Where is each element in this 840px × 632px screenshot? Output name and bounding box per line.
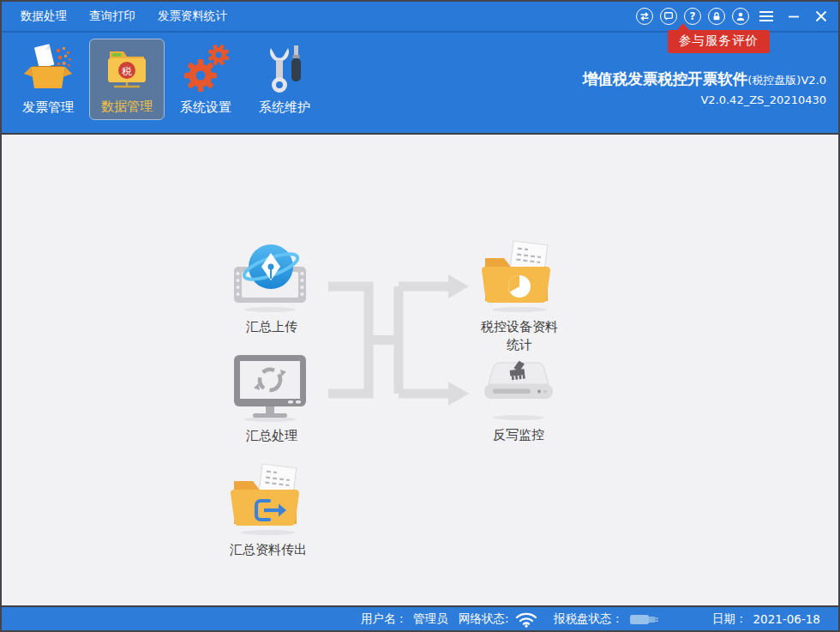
node-summary-upload[interactable]: 汇总上传 (219, 241, 325, 336)
invoice-box-icon (22, 39, 74, 99)
app-window: 数据处理 查询打印 发票资料统计 ? (0, 0, 840, 632)
status-date: 日期： 2021-06-18 (712, 607, 820, 630)
summary-export-folder-icon (217, 462, 320, 536)
status-bar: 用户名： 管理员 网络状态: 报税盘状态： 日期： 2021-06-18 (2, 605, 838, 630)
data-folder-icon: 税 (101, 39, 153, 98)
node-tax-device-stats[interactable]: 税控设备资料统计 (465, 239, 574, 354)
summary-upload-icon (220, 241, 323, 313)
summary-process-monitor-icon (220, 353, 323, 422)
node-label: 汇总处理 (246, 427, 297, 445)
node-summary-process[interactable]: 汇总处理 (219, 353, 325, 445)
write-back-monitor-drive-icon (467, 359, 570, 421)
menu-item-query-print[interactable]: 查询打印 (78, 2, 147, 31)
tools-icon (259, 39, 310, 99)
node-label: 税控设备资料统计 (477, 318, 561, 354)
status-user: 用户名： 管理员 (361, 607, 448, 630)
lock-icon[interactable] (708, 8, 725, 25)
help-icon[interactable]: ? (684, 8, 701, 25)
tax-device-stats-folder-icon (468, 239, 571, 313)
swap-icon[interactable] (636, 8, 653, 25)
feedback-comment-icon[interactable] (660, 8, 677, 25)
user-label: 用户名： (361, 611, 407, 627)
app-title-main: 增值税发票税控开票软件(税控盘版)V2.0 (583, 69, 826, 89)
tax-stamp-character: 税 (121, 65, 132, 77)
toolbar-label: 数据管理 (101, 98, 153, 115)
gears-icon (180, 39, 231, 99)
close-icon[interactable] (811, 6, 831, 27)
menu-bar: 数据处理 查询打印 发票资料统计 ? (2, 2, 838, 33)
toolbar-label: 系统维护 (259, 99, 310, 116)
node-label: 汇总资料传出 (230, 541, 307, 559)
status-tax-disk: 报税盘状态： (554, 607, 660, 630)
menu-item-invoice-stats[interactable]: 发票资料统计 (147, 2, 238, 31)
app-title: 增值税发票税控开票软件(税控盘版)V2.0 V2.0.42_ZS_2021043… (583, 69, 826, 106)
network-label: 网络状态: (459, 611, 509, 627)
menu-item-data-processing[interactable]: 数据处理 (9, 2, 78, 31)
toolbar-button-data-management[interactable]: 税 数据管理 (89, 39, 165, 120)
minimize-icon[interactable] (783, 6, 804, 27)
toolbar-label: 系统设置 (180, 99, 231, 116)
date-label: 日期： (712, 611, 747, 627)
user-icon[interactable] (732, 8, 749, 25)
menu-icon[interactable] (756, 6, 777, 27)
titlebar-actions: ? (636, 2, 831, 31)
user-value: 管理员 (413, 611, 448, 627)
node-label: 反写监控 (493, 426, 544, 444)
tax-disk-icon (629, 611, 660, 627)
node-label: 汇总上传 (246, 318, 297, 336)
node-write-back-monitor[interactable]: 反写监控 (465, 359, 572, 444)
wifi-icon (515, 611, 537, 628)
toolbar-label: 发票管理 (22, 99, 74, 116)
date-value: 2021-06-18 (753, 612, 820, 626)
status-network: 网络状态: (459, 607, 537, 630)
app-title-version: V2.0.42_ZS_20210430 (583, 93, 826, 106)
service-rating-badge[interactable]: 参与服务评价 (668, 30, 770, 53)
flow-arrows-graphic (321, 268, 476, 422)
toolbar-button-system-maintenance[interactable]: 系统维护 (247, 39, 322, 120)
toolbar-button-invoice-management[interactable]: 发票管理 (10, 39, 86, 120)
toolbar-button-system-settings[interactable]: 系统设置 (168, 39, 243, 120)
main-content: 汇总上传 税控设备资料统计 (2, 135, 838, 605)
tax-disk-label: 报税盘状态： (554, 611, 623, 627)
node-summary-export[interactable]: 汇总资料传出 (208, 462, 328, 559)
